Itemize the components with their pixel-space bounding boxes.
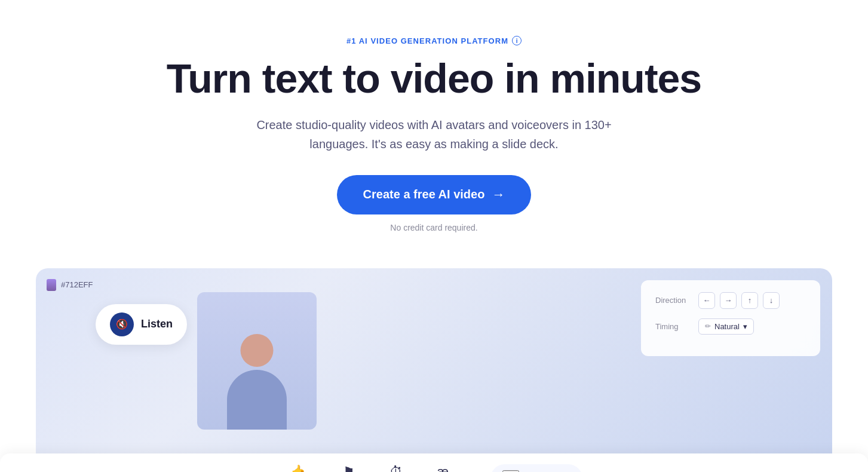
direction-label: Direction (655, 296, 691, 305)
platform-badge-text: #1 AI VIDEO GENERATION PLATFORM (346, 36, 508, 45)
cta-arrow-icon: → (492, 187, 505, 203)
create-ai-video-button[interactable]: Create a free AI video → (337, 175, 532, 214)
marker-tool[interactable]: ⚑ Marker (337, 464, 361, 472)
pencil-icon: ✏ (705, 322, 711, 330)
arrow-right-button[interactable]: → (720, 292, 737, 309)
demo-container: #712EFF 🔇 Listen Direction ← → ↑ (36, 268, 832, 453)
avatar-head (241, 334, 274, 367)
avatar-silhouette (221, 322, 293, 430)
diction-icon: æ (437, 464, 449, 472)
hero-section: #1 AI VIDEO GENERATION PLATFORM i Turn t… (0, 0, 868, 256)
direction-arrows: ← → ↑ ↓ (698, 292, 780, 309)
diction-tool[interactable]: æ Diction (431, 464, 455, 472)
timing-mode-value: Natural (714, 322, 740, 331)
bottom-toolbar: 🤙 Gesture ⚑ Marker ⏱ Pause æ Diction ▷ 0… (0, 453, 868, 472)
timing-label: Timing (655, 322, 691, 331)
pause-icon: ⏱ (389, 464, 403, 472)
playback-controls: ▷ 0:00 / 0:09 (490, 464, 582, 472)
listen-button[interactable]: 🔇 Listen (96, 304, 187, 345)
toolbar-tools: 🤙 Gesture ⚑ Marker ⏱ Pause æ Diction (286, 464, 455, 472)
marker-icon: ⚑ (343, 464, 355, 472)
arrow-up-button[interactable]: ↑ (741, 292, 758, 309)
hero-title: Turn text to video in minutes (167, 56, 701, 101)
mute-icon: 🔇 (110, 312, 134, 336)
platform-badge: #1 AI VIDEO GENERATION PLATFORM i (346, 36, 522, 45)
demo-section: #712EFF 🔇 Listen Direction ← → ↑ (0, 268, 868, 472)
pause-tool[interactable]: ⏱ Pause (385, 464, 407, 472)
arrow-down-button[interactable]: ↓ (763, 292, 780, 309)
cta-label: Create a free AI video (363, 188, 485, 201)
chevron-down-icon: ▾ (743, 322, 747, 331)
no-credit-card-text: No credit card required. (390, 223, 477, 232)
gesture-tool[interactable]: 🤙 Gesture (286, 464, 313, 472)
direction-row: Direction ← → ↑ ↓ (655, 292, 806, 309)
gesture-icon: 🤙 (291, 464, 307, 472)
arrow-left-button[interactable]: ← (698, 292, 715, 309)
color-label: #712EFF (61, 280, 93, 289)
timing-select[interactable]: ✏ Natural ▾ (698, 318, 754, 335)
hero-subtitle: Create studio-quality videos with AI ava… (231, 115, 637, 154)
right-panel: Direction ← → ↑ ↓ Timing ✏ Natural ▾ (641, 280, 820, 356)
info-icon[interactable]: i (512, 36, 522, 45)
timing-row: Timing ✏ Natural ▾ (655, 318, 806, 335)
listen-label: Listen (141, 318, 173, 330)
avatar-body (227, 370, 287, 430)
color-swatch: #712EFF (47, 279, 93, 291)
color-dot (47, 279, 56, 291)
avatar-area (197, 292, 317, 430)
